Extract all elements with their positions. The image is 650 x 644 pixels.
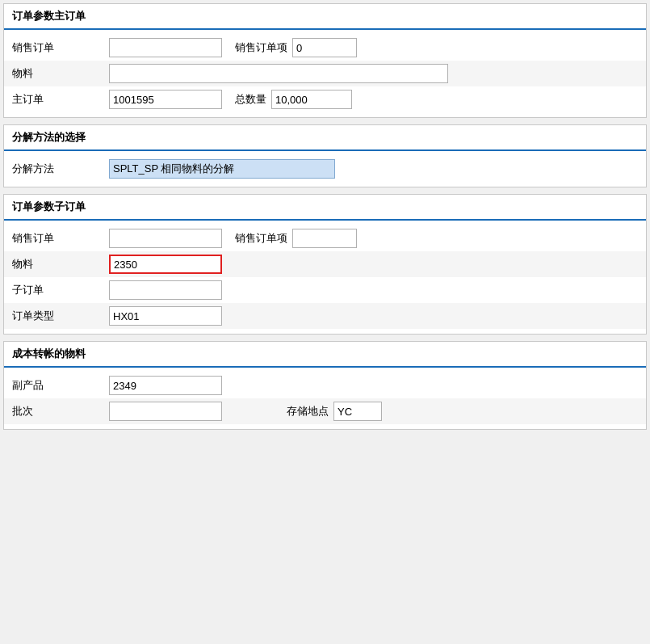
sub-material-row: 物料 (4, 251, 646, 277)
section-decomp: 分解方法的选择 分解方法 (3, 124, 647, 187)
main-material-input[interactable] (109, 64, 448, 83)
sub-sales-order-item-label: 销售订单项 (235, 231, 287, 246)
sales-order-item-input[interactable] (292, 38, 357, 57)
main-material-row: 物料 (4, 61, 646, 86)
main-order-input[interactable] (109, 90, 222, 109)
decomp-select[interactable] (109, 159, 335, 179)
order-type-input[interactable] (109, 306, 222, 326)
byproduct-input[interactable] (109, 376, 222, 395)
section-sub-order-title: 订单参数子订单 (4, 195, 646, 221)
sub-sales-order-item-input[interactable] (292, 229, 357, 248)
batch-label: 批次 (12, 404, 109, 419)
section-main-order-body: 销售订单 销售订单项 物料 主订单 总数量 (4, 30, 646, 117)
order-type-row: 订单类型 (4, 303, 646, 329)
sales-order-label: 销售订单 (12, 40, 109, 55)
section-cost-transfer-body: 副产品 批次 存储地点 (4, 368, 646, 429)
sub-sales-order-row: 销售订单 销售订单项 (4, 225, 646, 251)
sub-order-label: 子订单 (12, 283, 109, 297)
storage-location-label: 存储地点 (287, 404, 329, 419)
byproduct-label: 副产品 (12, 378, 109, 393)
sub-material-input[interactable] (109, 255, 222, 274)
sub-order-row: 子订单 (4, 277, 646, 303)
sub-order-input[interactable] (109, 280, 222, 300)
section-main-order-title: 订单参数主订单 (4, 4, 646, 30)
batch-input[interactable] (109, 402, 222, 421)
main-order-label: 主订单 (12, 92, 109, 107)
byproduct-row: 副产品 (4, 373, 646, 398)
storage-input[interactable] (333, 402, 382, 421)
order-type-label: 订单类型 (12, 309, 109, 323)
sub-material-label: 物料 (12, 257, 109, 271)
total-qty-label: 总数量 (235, 92, 266, 107)
sales-order-item-label: 销售订单项 (235, 40, 287, 55)
sub-sales-order-input[interactable] (109, 229, 222, 248)
batch-row: 批次 存储地点 (4, 398, 646, 424)
section-cost-transfer-title: 成本转帐的物料 (4, 342, 646, 368)
section-decomp-body: 分解方法 (4, 151, 646, 187)
section-main-order: 订单参数主订单 销售订单 销售订单项 物料 主订单 总数量 (3, 3, 647, 118)
sub-sales-order-label: 销售订单 (12, 231, 109, 246)
decomp-method-row: 分解方法 (4, 156, 646, 182)
sales-order-row: 销售订单 销售订单项 (4, 35, 646, 61)
sales-order-input[interactable] (109, 38, 222, 57)
section-sub-order-body: 销售订单 销售订单项 物料 子订单 订单类型 (4, 221, 646, 334)
total-qty-input[interactable] (271, 90, 352, 109)
main-order-row: 主订单 总数量 (4, 86, 646, 112)
page-container: 订单参数主订单 销售订单 销售订单项 物料 主订单 总数量 (0, 0, 650, 440)
main-material-label: 物料 (12, 66, 109, 81)
section-sub-order: 订单参数子订单 销售订单 销售订单项 物料 子订单 订单类型 (3, 194, 647, 335)
decomp-method-label: 分解方法 (12, 162, 109, 176)
section-cost-transfer: 成本转帐的物料 副产品 批次 存储地点 (3, 341, 647, 430)
section-decomp-title: 分解方法的选择 (4, 125, 646, 151)
